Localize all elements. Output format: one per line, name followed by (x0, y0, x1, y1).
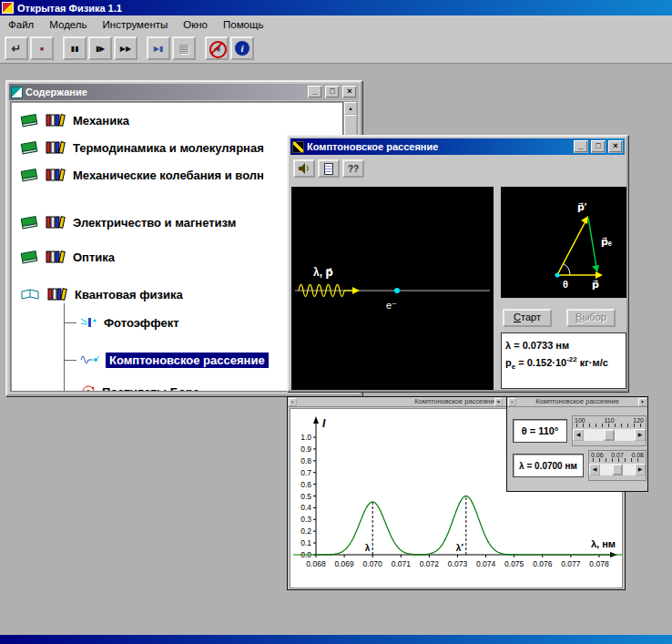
window-menu-button[interactable]: ▪ (289, 398, 297, 406)
wave-arrowhead (352, 287, 360, 294)
photoeffect-icon (80, 315, 98, 330)
maximize-button[interactable]: □ (325, 86, 340, 98)
scroll-up-button[interactable]: ▲ (344, 102, 357, 115)
p-scattered-label: p⃗′ (577, 201, 587, 212)
grid-button[interactable]: ▦ (172, 36, 196, 60)
closed-book-icon (20, 215, 38, 230)
chart-window-title: Комптоновское рассеяние (414, 397, 498, 405)
p-electron-label: p⃗ₑ (601, 236, 612, 247)
lambda-slider-group: 0.06 0.07 0.08 ◀ ▶ (588, 450, 647, 481)
lambda-value: λ = 0.0700 нм (513, 454, 584, 477)
menubar: Файл Модель Инструменты Окно Помощь (0, 15, 672, 33)
fast-forward-button[interactable]: ▶▶ (114, 36, 137, 60)
closed-book-icon (20, 168, 38, 182)
pause-button[interactable]: ▮▮ (63, 36, 87, 60)
app-titlebar[interactable]: Открытая Физика 1.1 (0, 0, 672, 15)
menu-model[interactable]: Модель (49, 19, 87, 30)
stop-icon: ▪ (40, 42, 45, 56)
bottom-window-strip[interactable] (0, 635, 672, 644)
theta-label: θ (563, 279, 568, 290)
svg-text:0.6: 0.6 (300, 480, 311, 489)
minimize-button[interactable]: _ (574, 140, 588, 153)
svg-text:I: I (322, 417, 326, 430)
speaker-icon (297, 162, 311, 175)
maximize-button[interactable]: □ (591, 140, 606, 153)
lambda-slider-right-arrow[interactable]: ▶ (635, 464, 646, 475)
svg-text:0.071: 0.071 (392, 559, 412, 568)
open-book-icon (20, 287, 40, 302)
window-menu-button[interactable]: ▪ (508, 398, 516, 406)
start-button[interactable]: Старт (503, 309, 552, 327)
lambda-slider-thumb[interactable] (612, 464, 623, 475)
app-icon (2, 2, 14, 14)
compton-window: Комптоновское рассеяние _ □ × ?? λ, p⃗ e… (287, 135, 628, 392)
chart-window-dropdown-button[interactable]: ▼ (494, 398, 503, 406)
mute-button[interactable]: ◀ (205, 36, 229, 60)
compton-window-titlebar[interactable]: Комптоновское рассеяние _ □ × (290, 138, 625, 155)
lambda-slider-left-arrow[interactable]: ◀ (589, 464, 600, 475)
svg-text:0.4: 0.4 (300, 503, 311, 512)
step-button[interactable]: ▮▶ (88, 36, 112, 60)
menu-help[interactable]: Помощь (223, 19, 263, 30)
document-icon (324, 163, 333, 175)
bookshelf-icon (46, 140, 66, 155)
lambda-readout: λ = 0.0733 нм (505, 339, 622, 353)
menu-file[interactable]: Файл (8, 19, 34, 30)
controls-window-dropdown-button[interactable]: ▼ (638, 398, 647, 406)
svg-text:0.073: 0.073 (448, 559, 468, 568)
menu-window[interactable]: Окно (183, 19, 208, 30)
svg-text:0.5: 0.5 (300, 492, 311, 501)
tree-item-mechanics[interactable]: Механика (11, 111, 342, 129)
theta-slider-left-arrow[interactable]: ◀ (573, 429, 584, 441)
compton-window-icon (292, 141, 304, 153)
help-button[interactable]: ?? (342, 159, 364, 178)
scrollbar-thumb[interactable] (344, 115, 357, 137)
sound-button[interactable] (293, 159, 315, 178)
controls-window-title: Комптоновское рассеяние (535, 397, 619, 405)
lambda-slider-track[interactable] (600, 464, 635, 475)
controls-panel: θ = 110° 100 110 120 ◀ ▶ λ = 0.0700 нм 0… (508, 407, 647, 490)
theta-value: θ = 110° (513, 419, 567, 443)
fast-forward-icon: ▶▶ (120, 45, 131, 53)
contents-window-titlebar[interactable]: Содержание _ □ × (9, 84, 359, 100)
menu-tools[interactable]: Инструменты (103, 19, 168, 30)
svg-text:1.0: 1.0 (300, 433, 311, 442)
svg-text:λ, нм: λ, нм (591, 538, 616, 549)
svg-text:0.077: 0.077 (561, 559, 581, 568)
compton-icon (80, 353, 100, 367)
exit-button[interactable]: ↵ (5, 36, 28, 60)
select-button[interactable]: Выбор (566, 309, 616, 327)
minimize-button[interactable]: _ (308, 86, 322, 98)
theta-slider-right-arrow[interactable]: ▶ (635, 429, 646, 441)
theta-slider-scale: 100 110 120 (573, 416, 646, 424)
p-incident-label: p⃗ (592, 279, 599, 290)
close-button[interactable]: × (608, 140, 623, 153)
closed-book-icon (20, 113, 38, 128)
loop-button[interactable]: ▶▮ (147, 36, 170, 60)
wave-label: λ, p⃗ (313, 266, 333, 279)
theta-slider-thumb[interactable] (604, 429, 615, 441)
electron-dot (394, 288, 400, 293)
svg-text:0.068: 0.068 (306, 559, 326, 568)
momentum-readout: pe = 0.152·10-22 кг·м/с (505, 353, 622, 373)
loop-icon: ▶▮ (154, 45, 164, 53)
contents-window-icon (11, 87, 23, 98)
controls-window-titlebar[interactable]: ▪ Комптоновское рассеяние ▼ (507, 397, 647, 407)
svg-text:0.7: 0.7 (300, 468, 311, 477)
notes-button[interactable] (318, 159, 340, 178)
svg-text:0.9: 0.9 (300, 445, 311, 454)
grid-icon: ▦ (178, 42, 188, 55)
svg-text:0.078: 0.078 (589, 559, 609, 568)
svg-text:0.2: 0.2 (300, 526, 311, 536)
closed-book-icon (20, 250, 38, 264)
svg-text:0.3: 0.3 (300, 515, 311, 524)
svg-text:λ′: λ′ (456, 543, 464, 553)
mute-icon: ◀ (214, 44, 220, 53)
theta-slider-track[interactable] (584, 429, 635, 441)
stop-button[interactable]: ▪ (30, 36, 54, 60)
close-button[interactable]: × (342, 86, 357, 98)
info-button[interactable]: i (230, 36, 254, 60)
svg-text:0.8: 0.8 (300, 456, 311, 465)
theta-slider-group: 100 110 120 ◀ ▶ (572, 415, 647, 446)
lambda-slider-ticks (593, 458, 642, 462)
